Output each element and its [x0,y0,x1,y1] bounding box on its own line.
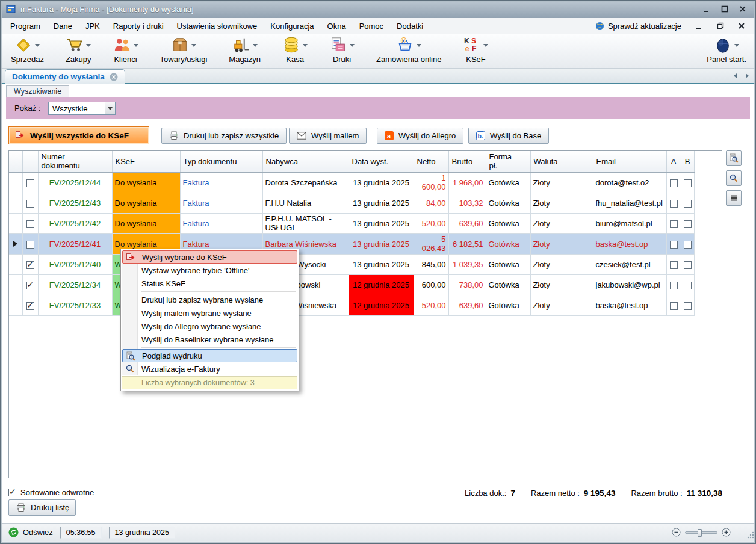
cell-a-checkbox[interactable] [670,241,678,249]
chevron-down-icon[interactable] [35,44,40,47]
zoom-slider-thumb[interactable] [698,529,702,537]
header-ksef[interactable]: KSeF [112,151,180,172]
row-checkbox[interactable] [26,179,34,187]
cell-a-checkbox[interactable] [670,302,678,310]
table-row[interactable]: FV/2025/12/43Do wysłaniaFakturaF.H.U Nat… [9,193,694,213]
action-drukuj-lub-zapisz-wszystkie[interactable]: Drukuj lub zapisz wszystkie [161,128,287,144]
context-menu-item-wyslij-do-baselinker-wybrane-wyslane[interactable]: Wyślij do Baselinker wybrane wysłane [122,333,297,346]
header-email[interactable]: Email [593,151,666,172]
nav-left-icon[interactable] [733,73,739,79]
row-checkbox[interactable] [26,261,34,269]
context-menu-item-podglad-wydruku[interactable]: Podglad wydruku [122,349,297,362]
cell-a-checkbox[interactable] [670,179,678,187]
context-menu-item-wizualizacja-e-faktury[interactable]: Wizualizacja e-Faktury [122,362,297,376]
action-wyslij-do-base[interactable]: b.Wyślij do Base [468,128,549,144]
header-waluta[interactable]: Waluta [530,151,593,172]
chevron-down-icon[interactable] [191,44,196,47]
chevron-down-icon[interactable] [734,44,739,47]
menu-item-dodatki[interactable]: Dodatki [390,18,430,34]
cell-b-checkbox[interactable] [684,179,692,187]
sort-checkbox[interactable] [8,489,16,496]
toolbar-item-zamowienia-online[interactable]: @Zamówienia online [376,36,441,64]
row-checkbox[interactable] [26,302,34,310]
table-row[interactable]: FV/2025/12/33WysłanaFakturaBarbara Wiśni… [9,295,694,315]
context-menu-item-wystaw-wybrane-trybie-offline[interactable]: Wystaw wybrane trybie 'Offline' [122,264,297,277]
tab-wyszukiwanie[interactable]: Wyszukiwanie [6,85,69,97]
header-nabywca[interactable]: Nabywca [262,151,349,172]
cell-a-checkbox[interactable] [670,200,678,208]
toolbar-item-kasa[interactable]: Kasa [282,36,308,64]
zoom-out-icon[interactable] [672,528,681,537]
child-close-button[interactable] [734,20,749,32]
toolbar-item-towary-uslugi[interactable]: Towary/usługi [160,36,208,64]
cell-b-checkbox[interactable] [684,220,692,228]
cell-b-checkbox[interactable] [684,261,692,269]
minimize-button[interactable] [699,3,714,15]
header-typ[interactable]: Typ dokumentu [180,151,262,172]
cell-a-checkbox[interactable] [670,282,678,289]
side-button-list[interactable] [726,190,742,206]
context-menu-item-wyslij-wybrane-do-ksef[interactable]: Wyślij wybrane do KSeF [122,250,297,264]
nav-right-icon[interactable] [744,73,750,79]
header-netto[interactable]: Netto [414,151,448,172]
zoom-slider[interactable] [685,531,717,534]
close-button[interactable] [736,3,750,15]
header-a[interactable]: A [666,151,681,172]
table-row[interactable]: FV/2025/12/34WysłanaFakturaJan Jakubowsk… [9,274,694,295]
header-data[interactable]: Data wyst. [349,151,414,172]
header-forma[interactable]: Forma pł. [486,151,530,172]
table-row[interactable]: FV/2025/12/41Do wysłaniaFakturaBarbara W… [9,233,694,254]
row-checkbox[interactable] [26,241,34,249]
cell-b-checkbox[interactable] [684,241,692,249]
maximize-button[interactable] [717,3,732,15]
header-numer[interactable]: Numer dokumentu [38,151,112,172]
toolbar-item-magazyn[interactable]: Magazyn [229,36,261,64]
child-restore-button[interactable] [713,20,728,32]
row-checkbox[interactable] [26,220,34,228]
chevron-down-icon[interactable] [105,102,115,114]
menu-item-jpk[interactable]: JPK [79,18,107,34]
cell-b-checkbox[interactable] [684,200,692,208]
zoom-in-icon[interactable] [722,528,731,537]
action-wyslij-do-allegro[interactable]: aWyślij do Allegro [377,128,463,144]
toolbar-item-zakupy[interactable]: Zakupy [66,36,91,64]
chevron-down-icon[interactable] [350,44,355,47]
toolbar-item-druki[interactable]: Druki [329,36,355,64]
row-checkbox[interactable] [26,200,34,208]
menu-item-okna[interactable]: Okna [321,18,353,34]
chevron-down-icon[interactable] [86,44,91,47]
chevron-down-icon[interactable] [483,44,488,47]
tab-close-icon[interactable] [110,73,118,81]
menu-item-ustawienia-slownikowe[interactable]: Ustawienia słownikowe [170,18,264,34]
menu-item-raporty-i-druki[interactable]: Raporty i druki [107,18,170,34]
chevron-down-icon[interactable] [417,44,421,47]
table-row[interactable]: FV/2025/12/42Do wysłaniaFakturaF.P.H.U. … [9,213,694,233]
menu-item-dane[interactable]: Dane [47,18,79,34]
chevron-down-icon[interactable] [303,44,308,47]
print-list-button[interactable]: Drukuj listę [8,499,76,516]
context-menu-item-wyslij-mailem-wybrane-wyslane[interactable]: Wyślij mailem wybrane wysłane [122,306,297,320]
refresh-button[interactable]: Odśwież [8,527,53,537]
action-wyslij-mailem[interactable]: Wyślij mailem [289,128,367,144]
context-menu-item-wyslij-do-allegro-wybrane-wyslane[interactable]: Wyslij do Allegro wybrane wysłane [122,320,297,333]
toolbar-item-klienci[interactable]: Klienci [113,36,138,64]
chevron-down-icon[interactable] [253,44,258,47]
action-wyslij-wszystkie-do-ksef[interactable]: Wyślij wszystkie do KSeF [8,126,149,144]
chevron-down-icon[interactable] [134,44,138,47]
tab-dokumenty-do-wyslania[interactable]: Dokumenty do wysłania [5,69,125,84]
side-button-magnifier[interactable] [726,170,742,186]
row-checkbox[interactable] [26,282,34,289]
context-menu-item-drukuj-lub-zapisz-wybrane-wyslane[interactable]: Drukuj lub zapisz wybrane wysłane [122,293,297,306]
header-b[interactable]: B [681,151,694,172]
cell-a-checkbox[interactable] [670,261,678,269]
filter-dropdown[interactable]: Wszystkie [48,102,116,115]
menu-item-program[interactable]: Program [4,18,47,34]
side-button-preview[interactable] [726,150,742,166]
cell-b-checkbox[interactable] [684,302,692,310]
table-row[interactable]: FV/2025/12/44Do wysłaniaFakturaDorota Sz… [9,172,694,193]
cell-b-checkbox[interactable] [684,282,692,289]
cell-a-checkbox[interactable] [670,220,678,228]
menu-item-pomoc[interactable]: Pomoc [353,18,390,34]
resize-grip-icon[interactable] [746,531,754,539]
child-minimize-button[interactable] [692,20,707,32]
